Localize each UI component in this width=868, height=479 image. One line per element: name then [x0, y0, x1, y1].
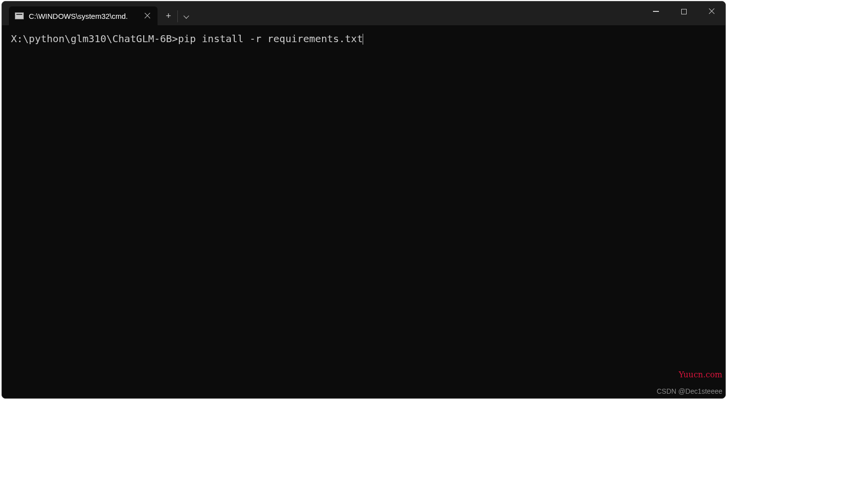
maximize-button[interactable]	[670, 1, 698, 21]
terminal-body[interactable]: X:\python\glm310\ChatGLM-6B>pip install …	[2, 25, 725, 398]
watermark-site: Yuucn.com	[679, 369, 722, 380]
close-icon	[708, 8, 714, 14]
tab-title: C:\WINDOWS\system32\cmd.	[29, 12, 137, 20]
minimize-button[interactable]	[642, 1, 670, 21]
window-controls	[642, 1, 725, 21]
prompt-text: X:\python\glm310\ChatGLM-6B>	[11, 33, 178, 45]
maximize-icon	[681, 9, 687, 14]
tab-close-button[interactable]	[142, 10, 153, 21]
tab-cmd[interactable]: C:\WINDOWS\system32\cmd.	[9, 6, 158, 25]
watermark-author: CSDN @Dec1steeee	[657, 387, 723, 396]
text-cursor	[363, 34, 363, 45]
chevron-down-icon	[184, 13, 189, 18]
cmd-icon	[15, 12, 24, 19]
close-icon	[144, 13, 150, 19]
minimize-icon	[653, 11, 659, 11]
command-text: pip install -r requirements.txt	[178, 33, 363, 45]
window-close-button[interactable]	[698, 1, 725, 21]
new-tab-button[interactable]: +	[160, 7, 177, 24]
titlebar[interactable]: C:\WINDOWS\system32\cmd. +	[2, 1, 725, 25]
tab-dropdown-button[interactable]	[178, 7, 196, 24]
terminal-window: C:\WINDOWS\system32\cmd. + X:\python\glm	[1, 1, 726, 399]
plus-icon: +	[166, 11, 171, 21]
